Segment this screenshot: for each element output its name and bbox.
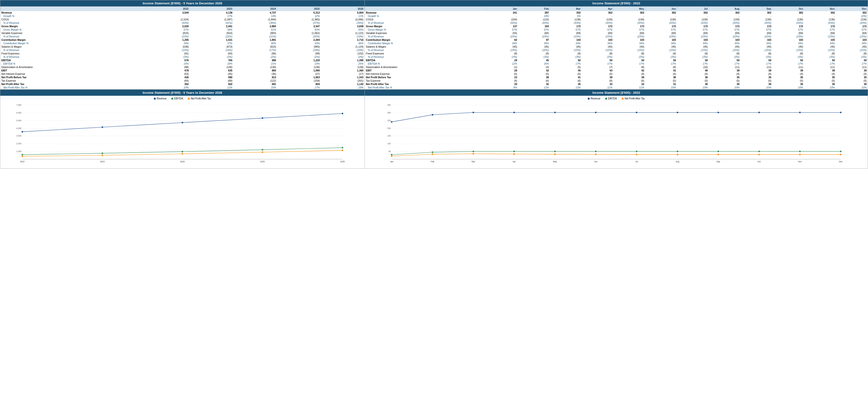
row-value: 38 <box>518 76 550 79</box>
month-header: Jul <box>677 7 709 11</box>
row-value: (43%) <box>804 21 836 25</box>
col-label <box>0 7 146 11</box>
monthly-chart-panel: Income Statement ($'000) - 2022 Revenue … <box>365 89 868 169</box>
row-value: (69) <box>550 31 582 35</box>
row-value: 172 <box>677 25 709 28</box>
row-value: (11) <box>741 65 772 69</box>
row-value: 10% <box>709 86 741 89</box>
row-value: (8) <box>677 52 709 55</box>
svg-text:2,000: 2,000 <box>16 142 21 145</box>
row-value: (39%) <box>234 21 277 25</box>
row-value: 39 <box>804 69 836 72</box>
row-value: (15%) <box>804 48 836 52</box>
row-value: 34% <box>645 41 677 45</box>
row-value: (64) <box>146 79 190 82</box>
row-value: 57% <box>146 28 190 31</box>
svg-text:7,000: 7,000 <box>16 104 21 106</box>
row-value: 21% <box>234 62 277 65</box>
row-label: EBITDA % <box>0 62 146 65</box>
row-value: 17% <box>550 62 582 65</box>
row-value: (45) <box>582 45 614 48</box>
svg-point-25 <box>262 117 263 119</box>
row-label: Contribution Margin <box>0 38 146 41</box>
row-value: 28 <box>486 69 518 72</box>
row-value: - <box>582 14 614 18</box>
row-value: (104) <box>486 18 518 21</box>
row-value: 1,205 <box>146 38 190 41</box>
svg-point-33 <box>102 154 103 156</box>
row-value: 32 <box>518 82 550 86</box>
row-value: (22%) <box>190 35 234 38</box>
row-value: (17) <box>321 72 365 76</box>
row-label: Net Interest Expense <box>365 72 486 76</box>
row-value: (130) <box>741 18 772 21</box>
row-value: 10% <box>146 86 190 89</box>
svg-point-73 <box>677 112 678 113</box>
row-value: 36 <box>677 76 709 79</box>
svg-text:200: 200 <box>388 127 391 130</box>
row-value: (2%) <box>190 55 234 59</box>
row-value: (45) <box>190 72 234 76</box>
svg-point-98 <box>718 154 719 155</box>
row-value: 50 <box>550 59 582 62</box>
row-value: 8% <box>486 86 518 89</box>
row-value: 2,020 <box>146 25 190 28</box>
row-value: 172 <box>582 25 614 28</box>
row-value: - <box>614 14 645 18</box>
row-value: 35 <box>804 76 836 79</box>
row-value: (5) <box>741 79 772 82</box>
row-value: 41 <box>645 69 677 72</box>
row-value: - <box>772 14 804 18</box>
row-label: Tax Expense <box>365 79 486 82</box>
row-value: 502 <box>190 82 234 86</box>
row-value: (4) <box>709 72 741 76</box>
row-value: (201) <box>321 79 365 82</box>
row-value: 904 <box>277 82 321 86</box>
monthly-table: JanFebMarAprMayJunJulAugSepOctNovDec Rev… <box>365 6 868 89</box>
row-value: 57% <box>741 28 772 31</box>
revenue-dot <box>154 98 156 100</box>
row-value: (16%) <box>190 48 234 52</box>
row-value: (8) <box>709 52 741 55</box>
row-value: 30 <box>836 82 868 86</box>
row-value: (69) <box>614 31 645 35</box>
row-value: (20%) <box>277 35 321 38</box>
row-value: (1,062) <box>277 31 321 35</box>
svg-point-85 <box>677 151 678 152</box>
row-value: 57% <box>677 28 709 31</box>
row-value: 17% <box>677 62 709 65</box>
row-value: (130) <box>190 65 234 69</box>
row-value: 23 <box>486 76 518 79</box>
svg-point-101 <box>840 154 842 155</box>
svg-point-79 <box>432 151 433 153</box>
row-value: 50 <box>677 59 709 62</box>
svg-point-69 <box>514 112 515 113</box>
month-header: Nov <box>804 7 836 11</box>
row-value: (15%) <box>645 48 677 52</box>
row-value: (5) <box>550 72 582 76</box>
legend-net-profit-m: Net Profit After Tax <box>622 97 645 100</box>
row-value: (45) <box>645 45 677 48</box>
row-value: (8) <box>804 52 836 55</box>
svg-text:Jul: Jul <box>635 160 638 163</box>
row-value: 34% <box>677 41 709 45</box>
row-value: (93) <box>190 52 234 55</box>
svg-text:Jun: Jun <box>594 160 598 163</box>
row-value: 11% <box>321 14 365 18</box>
row-value: (5) <box>836 79 868 82</box>
row-value: 46% <box>321 41 365 45</box>
svg-point-76 <box>799 112 801 113</box>
row-value: (15%) <box>677 48 709 52</box>
row-label: % of Revenue <box>0 55 146 59</box>
row-value: 635 <box>190 69 234 72</box>
row-value: 82 <box>486 38 518 41</box>
row-label: EBIT <box>0 69 146 72</box>
svg-point-67 <box>432 114 433 116</box>
row-value: (5) <box>550 65 582 69</box>
row-value: (815) <box>234 45 277 48</box>
row-value: 3,544 <box>146 11 190 15</box>
monthly-header-row: JanFebMarAprMayJunJulAugSepOctNovDec <box>365 7 868 11</box>
row-value: 850 <box>234 69 277 72</box>
row-value: 302 <box>709 11 741 15</box>
row-value: (8) <box>550 52 582 55</box>
